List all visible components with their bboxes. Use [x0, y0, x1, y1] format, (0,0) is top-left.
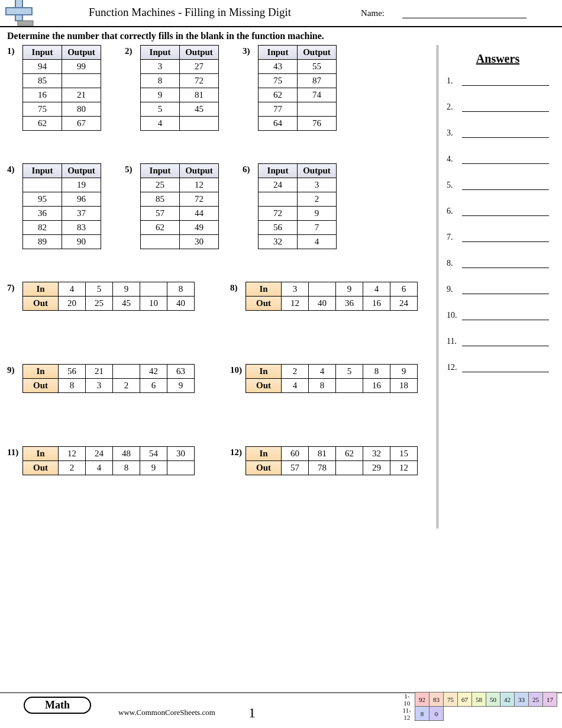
- cell: 72: [180, 74, 219, 88]
- answer-line-1: 1.: [447, 76, 549, 86]
- problem-number: 7): [7, 282, 22, 293]
- cell: 60: [282, 447, 309, 461]
- cell: 9: [167, 379, 195, 393]
- cell: 87: [298, 74, 337, 88]
- subject-badge: Math: [24, 697, 91, 714]
- problems-area: 1) InputOutput 9499 85 1621 7580 6267 2)…: [0, 45, 437, 529]
- cell: 32: [363, 447, 390, 461]
- answer-number: 2.: [447, 102, 458, 112]
- footer: Math www.CommonCoreSheets.com 1 1-10 92 …: [0, 692, 562, 728]
- problems-row-2: 4) InputOutput 19 9596 3637 8283 8990 5)…: [7, 163, 431, 249]
- cell: 62: [141, 221, 180, 235]
- cell: 8: [309, 379, 336, 393]
- problem-6: 6) InputOutput 243 2 729 567 324: [243, 163, 337, 249]
- answer-blank[interactable]: [462, 111, 549, 112]
- col-header-input: Input: [259, 164, 298, 178]
- answer-blank[interactable]: [462, 189, 549, 190]
- answer-line-12: 12.: [447, 363, 549, 372]
- cell: 24: [86, 447, 113, 461]
- blank-cell[interactable]: [167, 461, 195, 475]
- answer-blank[interactable]: [462, 268, 549, 268]
- cell: 30: [167, 447, 195, 461]
- cell: 72: [259, 207, 298, 221]
- score-cell: 58: [472, 692, 486, 707]
- row-header-out: Out: [246, 379, 282, 393]
- cell: 24: [390, 297, 418, 311]
- header: Function Machines - Filling in Missing D…: [0, 0, 562, 27]
- score-cell: 92: [415, 692, 429, 707]
- answer-blank[interactable]: [462, 163, 549, 164]
- blank-cell[interactable]: [23, 178, 62, 192]
- answer-blank[interactable]: [462, 215, 549, 216]
- cell: 90: [62, 235, 101, 249]
- cell: 30: [180, 235, 219, 249]
- cell: 5: [141, 102, 180, 117]
- blank-cell[interactable]: [298, 102, 337, 117]
- blank-cell[interactable]: [141, 235, 180, 249]
- answer-line-5: 5.: [447, 181, 549, 190]
- cell: 3: [282, 282, 309, 297]
- problem-number: 12): [230, 446, 246, 458]
- blank-cell[interactable]: [259, 192, 298, 207]
- cell: 9: [113, 282, 140, 297]
- answer-blank[interactable]: [462, 137, 549, 138]
- answer-blank[interactable]: [462, 346, 549, 346]
- blank-cell[interactable]: [62, 74, 101, 88]
- cell: 40: [309, 297, 336, 311]
- blank-cell[interactable]: [140, 282, 167, 297]
- answer-line-2: 2.: [447, 102, 549, 112]
- answer-blank[interactable]: [462, 241, 549, 242]
- row-header-in: In: [246, 365, 282, 379]
- problem-number: 2): [125, 45, 140, 56]
- col-header-output: Output: [298, 46, 337, 60]
- answer-blank[interactable]: [462, 294, 549, 294]
- col-header-output: Output: [62, 164, 101, 178]
- cell: 37: [62, 207, 101, 221]
- answer-number: 12.: [447, 363, 458, 372]
- problem-5: 5) InputOutput 2512 8572 5744 6249 30: [125, 163, 219, 249]
- blank-cell[interactable]: [180, 117, 219, 131]
- cell: 63: [167, 365, 195, 379]
- col-header-output: Output: [180, 46, 219, 60]
- function-table: InputOutput 327 872 981 545 4: [140, 45, 219, 131]
- row-header-out: Out: [23, 461, 59, 475]
- answer-blank[interactable]: [462, 372, 549, 372]
- cell: 45: [180, 102, 219, 117]
- cell: 6: [140, 379, 167, 393]
- name-label: Name:: [361, 8, 385, 18]
- answer-blank[interactable]: [462, 320, 549, 320]
- answer-number: 3.: [447, 128, 458, 138]
- source-url: www.CommonCoreSheets.com: [118, 708, 215, 717]
- cell: 29: [363, 461, 390, 475]
- blank-cell[interactable]: [309, 282, 336, 297]
- name-input-line[interactable]: [402, 18, 527, 18]
- problem-9: 9) In56214263 Out83269: [7, 364, 195, 393]
- cell: 42: [140, 365, 167, 379]
- blank-cell[interactable]: [113, 365, 140, 379]
- function-table-h: In1224485430 Out2489: [22, 446, 195, 475]
- problem-7: 7) In4598 Out2025451040: [7, 282, 195, 311]
- cell: 94: [23, 60, 62, 74]
- score-range-label: 1-10: [401, 692, 415, 707]
- answer-blank[interactable]: [462, 85, 549, 86]
- function-table: InputOutput 9499 85 1621 7580 6267: [22, 45, 101, 131]
- cell: 55: [298, 60, 337, 74]
- blank-cell[interactable]: [336, 461, 363, 475]
- function-table: InputOutput 243 2 729 567 324: [258, 163, 337, 249]
- cell: 62: [259, 88, 298, 102]
- answer-line-6: 6.: [447, 207, 549, 216]
- score-cell: 33: [515, 692, 529, 707]
- answer-number: 1.: [447, 76, 458, 86]
- cell: 7: [298, 221, 337, 235]
- problems-row-1: 1) InputOutput 9499 85 1621 7580 6267 2)…: [7, 45, 431, 131]
- problems-row-3: 7) In4598 Out2025451040 8) In3946 Out124…: [7, 282, 431, 311]
- answer-number: 9.: [447, 285, 458, 294]
- cell: 2: [282, 365, 309, 379]
- cell: 96: [62, 192, 101, 207]
- blank-cell[interactable]: [336, 379, 363, 393]
- cell: 81: [309, 447, 336, 461]
- cell: 9: [390, 365, 418, 379]
- cell: 45: [113, 297, 140, 311]
- answers-title: Answers: [447, 52, 549, 66]
- function-table: InputOutput 2512 8572 5744 6249 30: [140, 163, 219, 249]
